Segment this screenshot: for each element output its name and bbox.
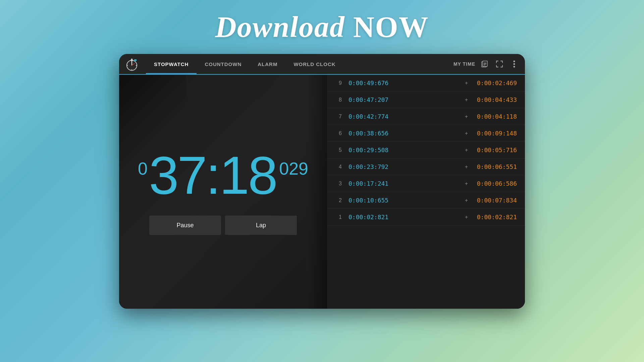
svg-point-7 <box>131 69 132 70</box>
svg-point-18 <box>514 63 515 65</box>
lap-row: 3 0:00:17:241 + 0:00:06:586 <box>327 175 525 192</box>
lap-row: 7 0:00:42:774 + 0:00:04:118 <box>327 108 525 125</box>
lap-split-time: 0:00:04:433 <box>473 96 517 103</box>
lap-split-time: 0:00:02:469 <box>473 79 517 86</box>
lap-plus-icon: + <box>465 114 468 120</box>
lap-total-time: 0:00:02:821 <box>348 214 460 221</box>
lap-split-time: 0:00:05:716 <box>473 146 517 154</box>
svg-point-17 <box>514 61 515 62</box>
lap-split-time: 0:00:06:551 <box>473 163 517 170</box>
lap-split-time: 0:00:04:118 <box>473 113 517 120</box>
lap-row: 2 0:00:10:655 + 0:00:07:834 <box>327 192 525 209</box>
svg-point-9 <box>136 65 137 66</box>
main-content: 0 37:18 029 Pause Lap 9 0:00:49:676 + 0:… <box>119 75 525 309</box>
nav-bar: STOPWATCH COUNTDOWN ALARM WORLD CLOCK MY… <box>119 54 525 75</box>
lap-plus-icon: + <box>465 214 468 220</box>
lap-split-time: 0:00:02:821 <box>473 214 517 221</box>
tab-countdown[interactable]: COUNTDOWN <box>197 54 250 74</box>
lap-number: 7 <box>335 114 342 120</box>
time-seconds: 18 <box>219 145 276 205</box>
nav-tabs: STOPWATCH COUNTDOWN ALARM WORLD CLOCK <box>146 54 453 74</box>
lap-plus-icon: + <box>465 97 468 103</box>
lap-total-time: 0:00:17:241 <box>348 180 460 187</box>
device-frame: STOPWATCH COUNTDOWN ALARM WORLD CLOCK MY… <box>119 54 525 309</box>
lap-number: 1 <box>335 214 342 220</box>
lap-row: 6 0:00:38:656 + 0:00:09:148 <box>327 125 525 142</box>
laps-panel[interactable]: 9 0:00:49:676 + 0:00:02:469 8 0:00:47:20… <box>327 75 525 309</box>
svg-point-8 <box>127 65 128 66</box>
time-separator: : <box>206 145 219 205</box>
lap-total-time: 0:00:38:656 <box>348 130 460 137</box>
lap-row: 4 0:00:23:792 + 0:00:06:551 <box>327 159 525 175</box>
stopwatch-display: 0 37:18 029 <box>138 148 308 202</box>
save-icon[interactable] <box>479 59 490 69</box>
lap-row: 5 0:00:29:508 + 0:00:05:716 <box>327 142 525 159</box>
lap-plus-icon: + <box>465 197 468 203</box>
lap-row: 9 0:00:49:676 + 0:00:02:469 <box>327 75 525 92</box>
lap-number: 2 <box>335 197 342 203</box>
lap-plus-icon: + <box>465 147 468 153</box>
lap-plus-icon: + <box>465 80 468 86</box>
tab-alarm[interactable]: ALARM <box>250 54 285 74</box>
svg-rect-5 <box>131 59 132 60</box>
lap-split-time: 0:00:06:586 <box>473 180 517 187</box>
pause-button[interactable]: Pause <box>149 216 221 235</box>
stopwatch-panel: 0 37:18 029 Pause Lap <box>119 75 327 309</box>
title-text: Download <box>215 11 345 43</box>
lap-row: 8 0:00:47:207 + 0:00:04:433 <box>327 92 525 108</box>
lap-plus-icon: + <box>465 181 468 187</box>
time-suffix: 029 <box>279 159 308 179</box>
lap-total-time: 0:00:23:792 <box>348 163 460 170</box>
lap-number: 4 <box>335 164 342 170</box>
time-main: 37:18 <box>149 148 276 202</box>
more-icon[interactable] <box>509 59 520 69</box>
nav-right-controls: MY TIME <box>453 59 520 69</box>
lap-number: 3 <box>335 181 342 187</box>
lap-total-time: 0:00:10:655 <box>348 197 460 204</box>
lap-plus-icon: + <box>465 130 468 136</box>
fullscreen-icon[interactable] <box>494 59 505 69</box>
buttons-row: Pause Lap <box>149 216 297 235</box>
lap-split-time: 0:00:07:834 <box>473 197 517 204</box>
lap-split-time: 0:00:09:148 <box>473 130 517 137</box>
svg-rect-13 <box>483 61 487 66</box>
title-bold: NOW <box>353 11 429 43</box>
time-prefix: 0 <box>138 159 148 179</box>
lap-total-time: 0:00:49:676 <box>348 79 460 86</box>
svg-point-6 <box>131 61 132 62</box>
lap-row: 1 0:00:02:821 + 0:00:02:821 <box>327 209 525 226</box>
lap-plus-icon: + <box>465 164 468 170</box>
lap-total-time: 0:00:47:207 <box>348 96 460 103</box>
lap-number: 5 <box>335 147 342 153</box>
app-icon <box>124 57 139 71</box>
lap-number: 6 <box>335 130 342 136</box>
tab-world-clock[interactable]: WORLD CLOCK <box>285 54 343 74</box>
my-time-button[interactable]: MY TIME <box>453 61 475 67</box>
lap-total-time: 0:00:42:774 <box>348 113 460 120</box>
lap-number: 9 <box>335 80 342 86</box>
lap-total-time: 0:00:29:508 <box>348 146 460 154</box>
svg-point-19 <box>514 66 515 68</box>
lap-button[interactable]: Lap <box>225 216 297 235</box>
svg-rect-10 <box>135 59 137 61</box>
time-minutes: 37 <box>149 145 206 205</box>
tab-stopwatch[interactable]: STOPWATCH <box>146 54 197 74</box>
page-title: Download NOW <box>215 10 429 44</box>
lap-number: 8 <box>335 97 342 103</box>
